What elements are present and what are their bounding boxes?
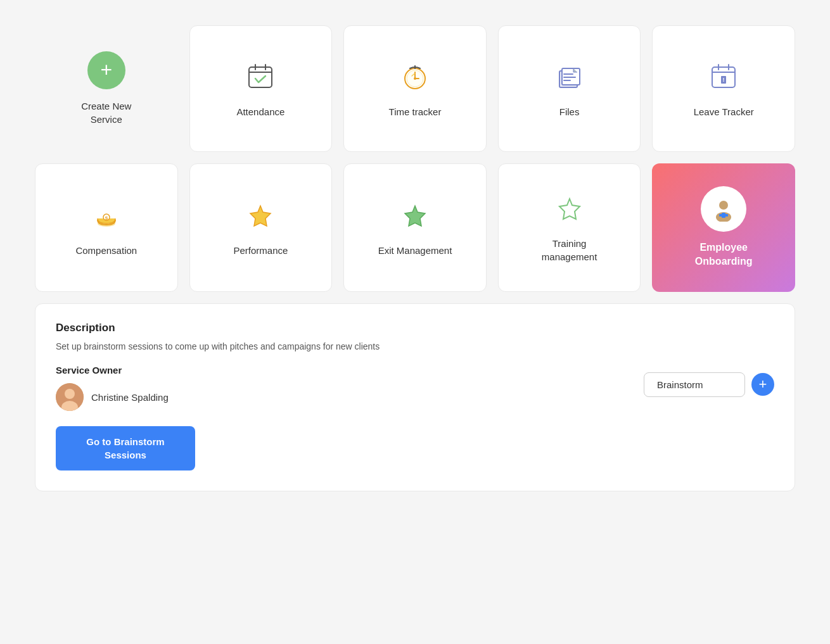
create-plus-button[interactable]: + bbox=[87, 51, 125, 89]
svg-point-24 bbox=[719, 201, 728, 210]
attendance-card[interactable]: Attendance bbox=[189, 25, 333, 152]
time-tracker-label: Time tracker bbox=[389, 105, 442, 118]
svg-rect-27 bbox=[719, 214, 728, 217]
description-title: Description bbox=[56, 322, 644, 334]
service-owner-label: Service Owner bbox=[56, 365, 644, 376]
files-card[interactable]: Files bbox=[498, 25, 641, 152]
go-to-brainstorm-button[interactable]: Go to Brainstorm Sessions bbox=[56, 426, 195, 470]
svg-rect-13 bbox=[563, 77, 576, 78]
description-section: Description Set up brainstorm sessions t… bbox=[35, 303, 795, 491]
brainstorm-tag-row: Brainstorm + bbox=[644, 372, 774, 397]
svg-rect-14 bbox=[563, 80, 571, 81]
training-management-icon bbox=[552, 191, 587, 227]
row-2: $ Compensation Performance Exit Manageme… bbox=[35, 163, 795, 292]
performance-card[interactable]: Performance bbox=[189, 163, 333, 292]
exit-management-label: Exit Management bbox=[378, 244, 452, 257]
compensation-label: Compensation bbox=[75, 244, 137, 257]
performance-icon bbox=[243, 198, 278, 234]
employee-onboarding-label: Employee Onboarding bbox=[695, 241, 753, 269]
attendance-label: Attendance bbox=[236, 105, 284, 118]
time-tracker-card[interactable]: Time tracker bbox=[343, 25, 487, 152]
avatar bbox=[56, 383, 84, 411]
attendance-icon bbox=[243, 60, 278, 95]
time-tracker-icon bbox=[397, 60, 433, 95]
owner-name: Christine Spalding bbox=[91, 392, 169, 403]
create-new-service-label: Create New Service bbox=[81, 99, 131, 126]
exit-management-icon bbox=[397, 198, 433, 234]
training-management-label: Training management bbox=[542, 237, 597, 263]
svg-text:!: ! bbox=[723, 77, 725, 83]
employee-onboarding-card[interactable]: Employee Onboarding bbox=[652, 163, 795, 292]
performance-label: Performance bbox=[233, 244, 288, 257]
brainstorm-tag: Brainstorm bbox=[644, 372, 745, 397]
exit-management-card[interactable]: Exit Management bbox=[343, 163, 487, 292]
svg-rect-0 bbox=[249, 67, 272, 87]
plus-icon: + bbox=[100, 60, 112, 80]
add-icon: + bbox=[759, 377, 767, 391]
leave-tracker-card[interactable]: ! Leave Tracker bbox=[652, 25, 795, 152]
compensation-card[interactable]: $ Compensation bbox=[35, 163, 178, 292]
create-new-service-card[interactable]: + Create New Service bbox=[35, 25, 178, 152]
main-container: + Create New Service Attendance bbox=[35, 25, 795, 491]
owner-row: Christine Spalding bbox=[56, 383, 644, 411]
svg-point-9 bbox=[414, 77, 416, 80]
files-icon bbox=[552, 60, 587, 95]
employee-onboarding-avatar-bg bbox=[701, 186, 746, 232]
training-management-card[interactable]: Training management bbox=[498, 163, 641, 292]
svg-text:$: $ bbox=[105, 215, 108, 221]
leave-tracker-label: Leave Tracker bbox=[694, 105, 754, 118]
description-text: Set up brainstorm sessions to come up wi… bbox=[56, 339, 644, 353]
row-1: + Create New Service Attendance bbox=[35, 25, 795, 152]
compensation-icon: $ bbox=[89, 198, 124, 234]
files-label: Files bbox=[559, 105, 580, 118]
svg-point-29 bbox=[65, 389, 75, 399]
leave-tracker-icon: ! bbox=[706, 60, 741, 95]
svg-rect-12 bbox=[563, 73, 573, 75]
add-brainstorm-button[interactable]: + bbox=[751, 373, 774, 396]
